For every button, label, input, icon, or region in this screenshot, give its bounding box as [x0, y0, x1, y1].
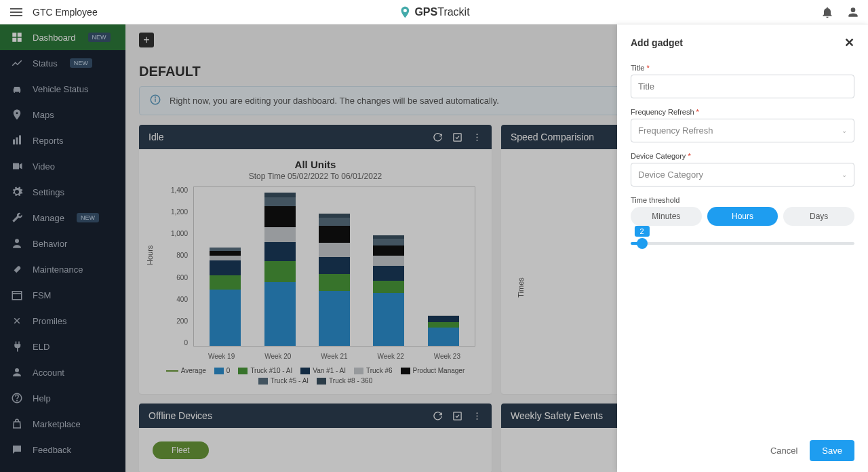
dashboard-icon: [11, 31, 23, 43]
expand-icon[interactable]: [452, 411, 462, 421]
sidebar-item-marketplace[interactable]: Marketplace: [0, 411, 125, 437]
tool-icon: [11, 263, 23, 275]
employee-name: GTC Employee: [33, 7, 98, 18]
notifications-icon[interactable]: [821, 5, 834, 19]
sidebar-item-behavior[interactable]: Behavior: [0, 231, 125, 256]
chat-icon: [11, 444, 23, 456]
refresh-icon[interactable]: [433, 411, 443, 421]
sidebar-item-status[interactable]: StatusNEW: [0, 50, 125, 76]
sidebar-item-fsm[interactable]: FSM: [0, 282, 125, 308]
days-segment[interactable]: Days: [783, 207, 854, 226]
info-icon: [149, 94, 161, 108]
gear-icon: [11, 186, 23, 198]
more-icon[interactable]: [472, 411, 482, 421]
chart-plot: [193, 186, 475, 347]
person-icon: [11, 237, 23, 250]
video-icon: [11, 160, 23, 172]
svg-point-7: [15, 239, 19, 243]
arrows-icon: [11, 315, 23, 327]
sidebar: DashboardNEWStatusNEWVehicle StatusMapsR…: [0, 24, 125, 472]
user-icon: [11, 366, 23, 378]
offline-card: Offline Devices Fleet: [139, 404, 492, 472]
sidebar-item-reports[interactable]: Reports: [0, 127, 125, 153]
sidebar-item-video[interactable]: Video: [0, 153, 125, 179]
svg-point-18: [477, 136, 478, 138]
title-label: Title *: [631, 64, 854, 72]
minutes-segment[interactable]: Minutes: [631, 207, 702, 226]
svg-rect-2: [12, 38, 16, 42]
sidebar-item-help[interactable]: Help: [0, 385, 125, 411]
x-axis: Week 19Week 20Week 21Week 22Week 23: [193, 353, 475, 360]
card-title: Speed Comparision: [511, 132, 594, 142]
svg-rect-8: [12, 292, 22, 300]
svg-point-12: [17, 400, 18, 401]
sidebar-item-manage[interactable]: ManageNEW: [0, 205, 125, 231]
fleet-chip[interactable]: Fleet: [153, 441, 209, 459]
idle-card: Idle All Units Stop Time 05/02/2022 To 0…: [139, 125, 492, 394]
panel-title: Add gadget: [631, 37, 683, 48]
svg-point-22: [477, 415, 478, 416]
sidebar-item-maps[interactable]: Maps: [0, 102, 125, 127]
close-icon[interactable]: ✕: [844, 35, 854, 50]
plug-icon: [11, 340, 23, 353]
slider-value: 2: [634, 226, 649, 237]
help-icon: [11, 392, 23, 404]
status-icon: [11, 57, 23, 69]
svg-point-17: [477, 134, 478, 135]
app-header: GTC Employee GPSTrackit: [0, 0, 868, 24]
device-select[interactable]: Device Category ⌄: [631, 163, 854, 186]
card-title: Idle: [149, 132, 164, 142]
svg-rect-6: [19, 136, 21, 145]
sidebar-item-vehicle-status[interactable]: Vehicle Status: [0, 76, 125, 102]
menu-button[interactable]: [8, 4, 24, 20]
svg-point-15: [155, 97, 156, 98]
svg-rect-1: [18, 33, 22, 37]
save-button[interactable]: Save: [810, 440, 854, 461]
chart-legend: Average0Truck #10 - AIVan #1 - AITruck #…: [149, 367, 482, 385]
y-axis: 1,4001,2001,0008006004002000: [170, 186, 191, 347]
brand-logo: GPSTrackit: [398, 5, 469, 19]
report-icon: [11, 134, 23, 146]
svg-rect-4: [13, 140, 15, 145]
refresh-icon[interactable]: [433, 132, 443, 142]
svg-rect-5: [16, 138, 18, 145]
svg-rect-16: [454, 133, 461, 140]
svg-point-19: [477, 139, 478, 140]
add-gadget-button[interactable]: +: [139, 33, 154, 47]
expand-icon[interactable]: [452, 132, 462, 142]
svg-rect-0: [12, 33, 16, 37]
svg-rect-3: [18, 38, 22, 42]
card-title: Weekly Safety Events: [511, 410, 603, 421]
svg-point-23: [477, 418, 478, 419]
pin-icon: [11, 109, 23, 121]
svg-point-10: [15, 368, 19, 372]
chevron-down-icon: ⌄: [842, 171, 847, 178]
threshold-slider[interactable]: [631, 242, 854, 245]
bag-icon: [11, 418, 23, 430]
device-label: Device Category *: [631, 152, 854, 160]
profile-icon[interactable]: [846, 5, 860, 19]
svg-point-21: [477, 412, 478, 414]
chevron-down-icon: ⌄: [842, 127, 847, 134]
sidebar-item-promiles[interactable]: Promiles: [0, 308, 125, 334]
sidebar-item-account[interactable]: Account: [0, 359, 125, 385]
sidebar-item-dashboard[interactable]: DashboardNEW: [0, 24, 125, 50]
title-input[interactable]: [631, 75, 854, 98]
threshold-label: Time threshold: [631, 196, 854, 204]
card-title: Offline Devices: [149, 410, 212, 421]
time-unit-segments: Minutes Hours Days: [631, 207, 854, 226]
frequency-label: Frequency Refresh *: [631, 108, 854, 116]
sidebar-item-feedback[interactable]: Feedback: [0, 437, 125, 463]
add-gadget-panel: Add gadget ✕ Title * Frequency Refresh *…: [617, 24, 868, 472]
chart-title: All Units: [149, 159, 482, 170]
sidebar-item-eld[interactable]: ELD: [0, 334, 125, 359]
hours-segment[interactable]: Hours: [707, 207, 778, 226]
cancel-button[interactable]: Cancel: [770, 446, 797, 456]
wrench-icon: [11, 212, 23, 224]
frequency-select[interactable]: Frequency Refresh ⌄: [631, 119, 854, 142]
sidebar-item-settings[interactable]: Settings: [0, 179, 125, 205]
more-icon[interactable]: [472, 132, 482, 142]
sidebar-item-maintenance[interactable]: Maintenance: [0, 256, 125, 282]
slider-thumb[interactable]: [637, 238, 648, 249]
car-icon: [11, 83, 23, 95]
